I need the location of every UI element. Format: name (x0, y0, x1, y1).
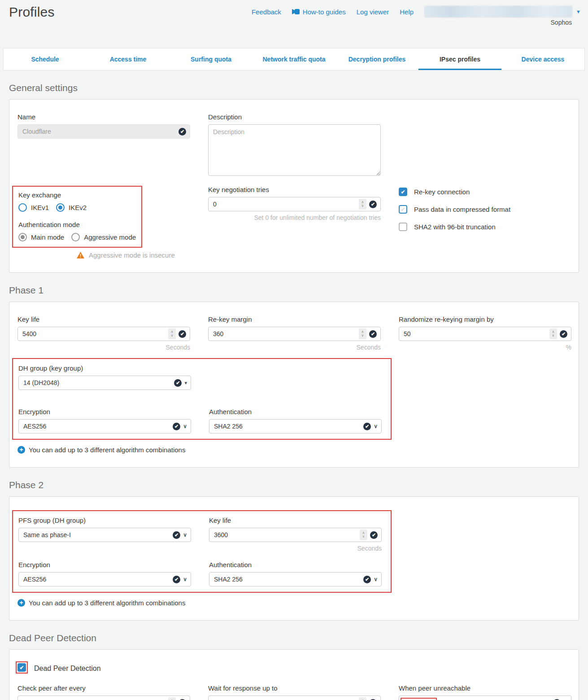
sha2-truncation-label: SHA2 with 96-bit truncation (414, 223, 496, 231)
p1-encryption-label: Encryption (18, 408, 191, 416)
radio-aggressive-mode[interactable]: Aggressive mode (71, 233, 136, 241)
log-viewer-label: Log viewer (357, 8, 389, 16)
p2-authentication-select[interactable]: SHA2 256 ✔ ∨ (209, 572, 382, 586)
tab-access-time[interactable]: Access time (87, 48, 170, 70)
tab-ipsec-profiles[interactable]: IPsec profiles (418, 48, 501, 70)
rekey-connection-checkbox-row[interactable]: ✔ Re-key connection (399, 188, 571, 196)
add-plus-icon[interactable]: + (17, 599, 25, 607)
radio-main-mode-label: Main mode (31, 233, 64, 241)
p1-key-life-field-wrap: ∧∨ ✔ (17, 327, 190, 341)
dpd-checkbox-highlight-box: ✔ (16, 661, 28, 674)
tab-schedule[interactable]: Schedule (4, 48, 87, 70)
valid-check-icon: ✔ (173, 531, 180, 539)
p2-key-life-unit: Seconds (209, 545, 382, 552)
tab-decryption-profiles[interactable]: Decryption profiles (335, 48, 418, 70)
radio-ikev1[interactable]: IKEv1 (18, 203, 49, 212)
sha2-truncation-checkbox[interactable] (399, 223, 407, 231)
dpd-toggle-row[interactable]: ✔ Dead Peer Detection (17, 663, 571, 674)
p1-dh-group-select[interactable]: 14 (DH2048) ✔ ▾ (18, 376, 191, 390)
dpd-heading: Dead Peer Detection (9, 633, 579, 643)
number-stepper[interactable]: ∧∨ (549, 328, 557, 339)
help-link[interactable]: Help (400, 8, 414, 16)
number-stepper[interactable]: ∧∨ (359, 199, 366, 210)
top-nav: Feedback How-to guides Log viewer Help ▼ (252, 6, 581, 18)
phase1-algorithms-highlight-box: DH group (key group) 14 (DH2048) ✔ ▾ Enc… (12, 358, 392, 440)
rekey-connection-checkbox[interactable]: ✔ (399, 188, 407, 196)
name-input[interactable] (22, 128, 176, 135)
add-plus-icon[interactable]: + (17, 446, 25, 454)
p1-authentication-value: SHA2 256 (214, 423, 361, 430)
tab-label: Decryption profiles (348, 56, 406, 63)
p2-pfs-group-label: PFS group (DH group) (18, 516, 191, 524)
dpd-check-peer-field-wrap: ∧∨ ✔ (17, 696, 190, 700)
p2-pfs-group-value: Same as phase-I (23, 531, 170, 538)
chevron-down-icon: ▼ (576, 9, 581, 14)
valid-check-icon: ✔ (179, 128, 186, 136)
key-negotiation-input[interactable] (213, 201, 356, 208)
chevron-down-icon: ∨ (374, 423, 378, 429)
chevron-down-icon: ∨ (183, 423, 187, 429)
p1-authentication-select[interactable]: SHA2 256 ✔ ∨ (209, 419, 382, 433)
dpd-toggle-label: Dead Peer Detection (34, 665, 101, 673)
p1-key-life-input[interactable] (22, 330, 166, 337)
tab-label: Schedule (31, 56, 59, 63)
dpd-card: ✔ Dead Peer Detection Check peer after e… (9, 649, 579, 700)
compressed-format-checkbox-row[interactable]: ✔ Pass data in compressed format (399, 205, 571, 214)
p2-key-life-label: Key life (209, 516, 382, 524)
valid-check-icon: ✔ (369, 201, 377, 208)
howto-guides-link[interactable]: How-to guides (292, 8, 346, 16)
feedback-link[interactable]: Feedback (252, 8, 281, 16)
p2-encryption-select[interactable]: AES256 ✔ ∨ (18, 572, 191, 586)
valid-check-icon: ✔ (179, 330, 186, 338)
account-dropdown[interactable]: ▼ (424, 6, 581, 18)
tab-device-access[interactable]: Device access (501, 48, 584, 70)
p2-authentication-label: Authentication (209, 561, 382, 569)
phase2-algorithms-highlight-box: PFS group (DH group) Same as phase-I ✔ ∨… (12, 510, 392, 593)
dpd-checkbox[interactable]: ✔ (17, 663, 26, 672)
compressed-format-checkbox[interactable]: ✔ (399, 205, 407, 214)
p1-randomize-field-wrap: ∧∨ ✔ (399, 327, 571, 341)
page-title: Profiles (9, 4, 55, 20)
p2-key-life-field-wrap: ∧∨ ✔ (209, 528, 382, 542)
radio-ikev1-control[interactable] (18, 203, 27, 212)
tab-label: IPsec profiles (440, 56, 480, 63)
p2-key-life-input[interactable] (214, 531, 357, 538)
p2-authentication-value: SHA2 256 (214, 576, 361, 583)
brand-label: Sophos (551, 19, 572, 26)
p1-encryption-select[interactable]: AES256 ✔ ∨ (18, 419, 191, 433)
tab-label: Network traffic quota (262, 56, 325, 63)
p1-rekey-margin-input[interactable] (213, 330, 356, 337)
radio-aggressive-mode-control[interactable] (71, 233, 80, 241)
tab-surfing-quota[interactable]: Surfing quota (170, 48, 253, 70)
description-textarea[interactable] (208, 124, 381, 176)
number-stepper[interactable]: ∧∨ (168, 328, 176, 339)
reinitiate-highlight-box: Re-initiate (401, 698, 437, 700)
warning-triangle-icon (77, 252, 84, 258)
sha2-truncation-checkbox-row[interactable]: SHA2 with 96-bit truncation (399, 223, 571, 231)
dpd-unreachable-select[interactable]: Re-initiate ✔ ∨ (399, 696, 571, 700)
chevron-down-icon: ∨ (183, 576, 187, 582)
radio-main-mode[interactable]: Main mode (18, 233, 64, 241)
number-stepper[interactable]: ∧∨ (359, 697, 366, 700)
chevron-down-icon: ∨ (183, 532, 187, 538)
number-stepper[interactable]: ∧∨ (168, 697, 176, 700)
number-stepper[interactable]: ∧∨ (360, 529, 367, 540)
p2-encryption-value: AES256 (23, 576, 170, 583)
radio-ikev2-control[interactable] (56, 203, 65, 212)
phase1-heading: Phase 1 (9, 285, 579, 296)
p1-randomize-input[interactable] (404, 330, 547, 337)
p2-note-text: You can add up to 3 different algorithm … (29, 599, 185, 607)
log-viewer-link[interactable]: Log viewer (357, 8, 389, 16)
warning-text: Aggressive mode is insecure (89, 251, 175, 259)
p1-add-combination-note[interactable]: + You can add up to 3 different algorith… (17, 446, 571, 454)
radio-ikev2[interactable]: IKEv2 (56, 203, 87, 212)
tab-network-traffic-quota[interactable]: Network traffic quota (253, 48, 335, 70)
key-exchange-highlight-box: Key exchange IKEv1 IKEv2 Authentication … (12, 186, 142, 248)
valid-check-icon: ✔ (363, 423, 371, 430)
page-header: Profiles Feedback How-to guides Log view… (0, 0, 588, 48)
p2-pfs-group-select[interactable]: Same as phase-I ✔ ∨ (18, 528, 191, 542)
p2-add-combination-note[interactable]: + You can add up to 3 different algorith… (17, 599, 571, 607)
number-stepper[interactable]: ∧∨ (359, 328, 366, 339)
dpd-wait-field-wrap: ∧∨ ✔ (208, 696, 381, 700)
radio-main-mode-control[interactable] (18, 233, 27, 241)
